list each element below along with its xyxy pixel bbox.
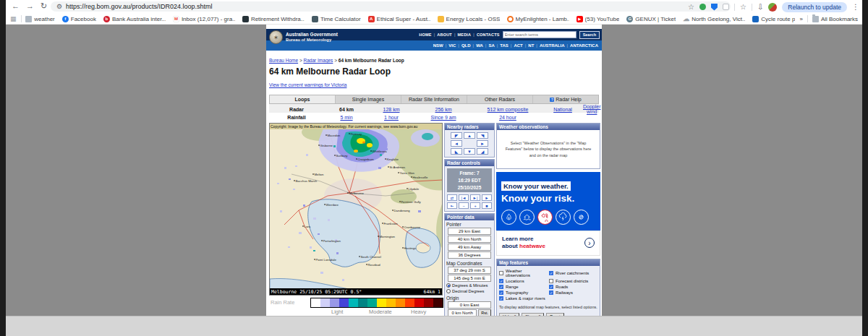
reload-icon[interactable]: ↻ [41, 1, 47, 11]
bookmark-item[interactable]: ☁North Geelong, Vict... [683, 16, 745, 22]
map-feature-checkbox[interactable]: Forecast districts [549, 279, 597, 283]
nearby-radar-arrow-button[interactable]: ◥ [477, 132, 488, 139]
forward-icon[interactable]: → [26, 1, 34, 11]
state-link[interactable]: NT [528, 43, 534, 48]
radar-control-button[interactable]: ⇤ [447, 202, 457, 209]
state-link[interactable]: VIC [448, 43, 456, 48]
map-feature-checkbox[interactable]: ✓Locations [499, 279, 548, 283]
state-link[interactable]: ANTARCTICA [570, 43, 598, 48]
header-link[interactable]: CONTACTS [477, 33, 500, 37]
learn-more-arrow-icon[interactable]: › [584, 238, 595, 248]
nearby-radar-arrow-button[interactable]: ◣ [451, 148, 462, 155]
radar-range-link[interactable]: National [542, 107, 583, 112]
bookmark-star-icon[interactable]: ☆ [688, 3, 694, 11]
radar-control-button[interactable]: ►| [470, 194, 480, 201]
site-settings-icon[interactable]: ⚙ [56, 3, 62, 10]
nearby-radar-arrow-button[interactable]: ◄ [451, 140, 462, 147]
bookmark-item[interactable]: Time Calculator [312, 16, 361, 22]
extension-shield-icon[interactable] [711, 4, 718, 11]
address-bar[interactable]: ⚙ https://reg.bom.gov.au/products/IDR024… [51, 1, 731, 12]
warnings-link[interactable]: View the current warnings for Victoria [269, 82, 346, 87]
tab-radar-help[interactable]: ?Radar Help [533, 95, 598, 103]
radar-control-button[interactable]: |◄ [459, 194, 469, 201]
bookmark-item[interactable]: GGENUX | Ticket [626, 16, 676, 22]
breadcrumb-link[interactable]: Radar Images [304, 58, 333, 63]
header-link[interactable]: HOME [419, 33, 431, 37]
tab-single-images[interactable]: Single Images [336, 95, 401, 103]
extension-green-icon[interactable] [699, 4, 706, 10]
rainfall-link[interactable]: 1 hour [369, 115, 414, 120]
bookmarks-overflow-chevron[interactable]: » [799, 16, 802, 22]
bookmark-item[interactable]: fFacebook [62, 16, 96, 22]
coordinate-format-radio[interactable]: Decimal Degrees [445, 288, 494, 294]
coordinate-format-radio[interactable]: Degrees & Minutes [445, 283, 494, 288]
radar-map-image[interactable]: MacedonRomseyGisborneSunburyCraigieburnW… [270, 124, 443, 296]
search-button[interactable]: Search [579, 31, 600, 39]
back-icon[interactable]: ← [12, 1, 20, 11]
know-your-risk-ad[interactable]: Know your weather. Know your risk. [496, 172, 600, 256]
downloads-icon[interactable]: ⇩ [757, 3, 763, 11]
bookmark-item[interactable]: bBank Australia inter... [103, 16, 166, 22]
side-panel-star-icon[interactable]: ☆ [740, 3, 746, 11]
all-bookmarks-button[interactable]: All Bookmarks [812, 16, 858, 22]
radar-control-button[interactable]: ■ [482, 202, 492, 209]
apps-grid-icon[interactable]: ▦ [10, 15, 17, 22]
cyclone-icon[interactable] [574, 210, 589, 225]
map-feature-checkbox[interactable]: ✓Topography [499, 290, 548, 295]
state-link[interactable]: ACT [514, 43, 522, 48]
state-link[interactable]: AUSTRALIA [540, 43, 565, 48]
tab-other-radars[interactable]: Other Radars [467, 95, 533, 103]
map-feature-checkbox[interactable]: Weather observations [499, 269, 548, 277]
tab-loops[interactable]: Loops [270, 95, 336, 103]
bookmark-item[interactable]: AEthical Super - Aust... [368, 16, 430, 22]
bookmark-item[interactable]: ▶(53) YouTube [576, 16, 620, 22]
radar-control-button[interactable]: ► [482, 194, 492, 201]
radar-range-link[interactable]: 128 km [369, 107, 414, 112]
tab-radar-site-information[interactable]: Radar Site Information [401, 95, 467, 103]
rainfall-link[interactable]: Since 9 am [414, 115, 473, 120]
bookmark-item[interactable]: weather [25, 16, 54, 22]
bookmark-item[interactable]: MInbox (12,077) - gra... [173, 16, 235, 22]
radar-map[interactable]: Copyright: Image by the Bureau of Meteor… [269, 123, 443, 296]
map-feature-checkbox[interactable]: ✓Railways [549, 290, 597, 295]
browser-menu-icon[interactable]: ⋮ [852, 3, 859, 11]
search-input[interactable] [503, 31, 576, 38]
state-link[interactable]: QLD [461, 43, 471, 48]
map-feature-checkbox[interactable]: ✓River catchments [549, 269, 597, 277]
rainfall-link[interactable]: 24 hour [473, 115, 542, 120]
state-link[interactable]: NSW [433, 43, 443, 48]
flood-icon[interactable] [519, 210, 535, 225]
nearby-radar-arrow-button[interactable]: ◢ [477, 148, 488, 155]
bookmark-item[interactable]: MyEnlighten - Lamb... [507, 16, 569, 22]
header-link[interactable]: MEDIA [458, 33, 472, 37]
state-link[interactable]: SA [488, 43, 494, 48]
nearby-radar-arrow-button[interactable]: ► [477, 140, 488, 147]
heatwave-icon[interactable] [537, 210, 553, 225]
radar-control-button[interactable]: + [470, 202, 480, 209]
extension-box-icon[interactable] [723, 4, 729, 10]
breadcrumb-link[interactable]: Bureau Home [269, 58, 298, 63]
header-link[interactable]: ABOUT [437, 33, 452, 37]
nearby-radar-arrow-button[interactable]: ▲ [464, 132, 475, 139]
radar-range-link[interactable]: 512 km composite [473, 107, 542, 112]
state-link[interactable]: TAS [500, 43, 509, 48]
radar-range-link[interactable]: 256 km [414, 107, 473, 112]
radar-control-button[interactable]: ⇄ [447, 194, 457, 201]
url-text[interactable]: https://reg.bom.gov.au/products/IDR024.l… [66, 3, 212, 10]
state-link[interactable]: WA [476, 43, 483, 48]
relaunch-button[interactable]: Relaunch to update [782, 2, 847, 12]
rainfall-link[interactable]: 5 min [324, 115, 369, 120]
profile-avatar[interactable] [768, 3, 777, 12]
map-feature-checkbox[interactable]: ✓Lakes & major rivers [499, 296, 548, 301]
nearby-radar-arrow-button[interactable]: ▼ [464, 148, 475, 155]
map-feature-checkbox[interactable]: ✓Roads [549, 285, 597, 289]
radar-control-button[interactable]: − [459, 202, 469, 209]
radar-range-link[interactable]: Doppler wind [583, 104, 601, 114]
reset-origin-button[interactable]: Rst. [478, 309, 491, 316]
bookmark-item[interactable]: Retirement Withdra... [242, 16, 305, 22]
storm-icon[interactable] [556, 210, 571, 225]
map-feature-checkbox[interactable]: ✓Range [499, 285, 548, 289]
bookmark-item[interactable]: Energy Locals - OSS [438, 16, 500, 22]
nearby-radar-arrow-button[interactable]: ◤ [451, 132, 462, 139]
bookmark-item[interactable]: Cycle route planner... [752, 16, 795, 22]
